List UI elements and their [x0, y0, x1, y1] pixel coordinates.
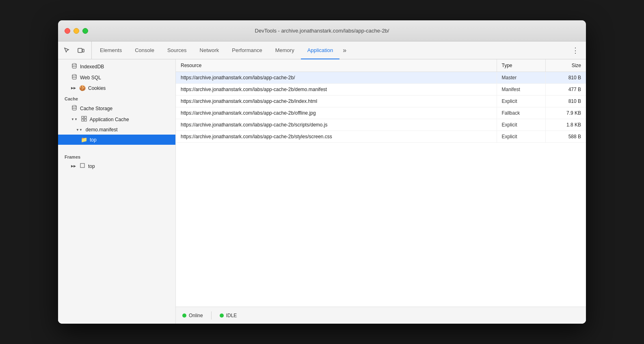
- type-cell: Explicit: [497, 96, 545, 107]
- svg-rect-6: [84, 116, 86, 118]
- type-cell: Explicit: [497, 131, 545, 143]
- svg-point-4: [72, 105, 76, 107]
- devtools-window: DevTools - archive.jonathanstark.com/lab…: [58, 20, 586, 324]
- type-cell: Fallback: [497, 107, 545, 119]
- idle-dot: [220, 314, 224, 318]
- statusbar: Online IDLE: [176, 307, 586, 324]
- svg-rect-9: [80, 163, 84, 168]
- sidebar-item-cache-storage[interactable]: Cache Storage: [58, 103, 175, 114]
- tab-application[interactable]: Application: [301, 42, 340, 59]
- svg-point-2: [72, 63, 76, 65]
- resource-cell: https://archive.jonathanstark.com/labs/a…: [176, 84, 497, 96]
- resource-cell: https://archive.jonathanstark.com/labs/a…: [176, 96, 497, 107]
- frames-section-label: Frames: [58, 151, 175, 161]
- table-row[interactable]: https://archive.jonathanstark.com/labs/a…: [176, 119, 586, 131]
- maximize-button[interactable]: [82, 28, 88, 34]
- tabbar: Elements Console Sources Network Perform…: [58, 41, 586, 59]
- online-label: Online: [189, 313, 203, 318]
- svg-rect-5: [82, 116, 84, 118]
- header-resource: Resource: [176, 59, 497, 72]
- size-cell: 588 B: [545, 131, 586, 143]
- table-row[interactable]: https://archive.jonathanstark.com/labs/a…: [176, 131, 586, 143]
- tab-memory[interactable]: Memory: [269, 42, 301, 59]
- sidebar-item-application-cache[interactable]: ▼ Application Cache: [58, 114, 175, 125]
- frame-icon: [79, 163, 86, 169]
- triangle-right-icon: ▶: [71, 86, 76, 90]
- tab-console[interactable]: Console: [128, 42, 161, 59]
- size-cell: 7.9 KB: [545, 107, 586, 119]
- status-divider: [211, 311, 212, 320]
- cache-section-label: Cache: [58, 93, 175, 103]
- resource-cell: https://archive.jonathanstark.com/labs/a…: [176, 131, 497, 143]
- content-panel: Resource Type Size https://archive.jonat…: [176, 59, 586, 324]
- table-row[interactable]: https://archive.jonathanstark.com/labs/a…: [176, 107, 586, 119]
- sidebar-item-web-sql[interactable]: Web SQL: [58, 72, 175, 83]
- sidebar-item-top-cache[interactable]: 📁 top: [58, 135, 175, 145]
- inspect-element-icon[interactable]: [61, 45, 73, 56]
- svg-rect-7: [82, 119, 84, 121]
- grid-icon: [81, 116, 87, 123]
- triangle-right-icon-2: ▶: [71, 164, 76, 168]
- close-button[interactable]: [65, 28, 70, 34]
- svg-rect-0: [78, 48, 82, 52]
- traffic-lights: [65, 28, 88, 34]
- svg-point-3: [72, 74, 76, 76]
- idle-status: IDLE: [220, 313, 237, 318]
- more-options-button[interactable]: ⋮: [570, 45, 581, 56]
- tab-elements[interactable]: Elements: [93, 42, 128, 59]
- table-row[interactable]: https://archive.jonathanstark.com/labs/a…: [176, 84, 586, 96]
- table-row[interactable]: https://archive.jonathanstark.com/labs/a…: [176, 72, 586, 84]
- cookie-icon: 🍪: [79, 85, 86, 91]
- size-cell: 810 B: [545, 72, 586, 84]
- resource-cell: https://archive.jonathanstark.com/labs/a…: [176, 119, 497, 131]
- resource-table-container: Resource Type Size https://archive.jonat…: [176, 59, 586, 307]
- type-cell: Master: [497, 72, 545, 84]
- tabbar-end: ⋮: [570, 41, 583, 59]
- header-type: Type: [497, 59, 545, 72]
- svg-rect-8: [84, 119, 86, 121]
- size-cell: 810 B: [545, 96, 586, 107]
- size-cell: 1.8 KB: [545, 119, 586, 131]
- svg-rect-1: [82, 49, 84, 52]
- main-content: IndexedDB Web SQL ▶ 🍪 Cookies Cache: [58, 59, 586, 324]
- table-row[interactable]: https://archive.jonathanstark.com/labs/a…: [176, 96, 586, 107]
- titlebar: DevTools - archive.jonathanstark.com/lab…: [58, 20, 586, 41]
- triangle-down-icon: ▼: [71, 118, 78, 121]
- database-icon: [71, 63, 78, 70]
- idle-label: IDLE: [226, 313, 237, 318]
- database-icon-3: [71, 105, 78, 112]
- tab-network[interactable]: Network: [193, 42, 226, 59]
- folder-icon: 📁: [81, 137, 87, 143]
- size-cell: 477 B: [545, 84, 586, 96]
- tab-sources[interactable]: Sources: [161, 42, 193, 59]
- sidebar-item-top-frame[interactable]: ▶ top: [58, 161, 175, 171]
- type-cell: Manifest: [497, 84, 545, 96]
- database-icon-2: [71, 74, 78, 81]
- sidebar: IndexedDB Web SQL ▶ 🍪 Cookies Cache: [58, 59, 176, 324]
- online-dot: [182, 314, 186, 318]
- resource-cell: https://archive.jonathanstark.com/labs/a…: [176, 72, 497, 84]
- resource-cell: https://archive.jonathanstark.com/labs/a…: [176, 107, 497, 119]
- toolbar-tools: [61, 41, 92, 59]
- tab-performance[interactable]: Performance: [225, 42, 268, 59]
- minimize-button[interactable]: [73, 28, 79, 34]
- triangle-down-icon-2: ▼: [76, 128, 82, 132]
- sidebar-item-cookies[interactable]: ▶ 🍪 Cookies: [58, 83, 175, 93]
- sidebar-item-demo-manifest[interactable]: ▼ demo.manifest: [58, 125, 175, 135]
- window-title: DevTools - archive.jonathanstark.com/lab…: [255, 28, 389, 34]
- more-tabs-button[interactable]: »: [339, 41, 350, 59]
- header-size: Size: [545, 59, 586, 72]
- device-toolbar-icon[interactable]: [75, 45, 86, 56]
- resource-table: Resource Type Size https://archive.jonat…: [176, 59, 586, 143]
- type-cell: Explicit: [497, 119, 545, 131]
- sidebar-item-indexed-db[interactable]: IndexedDB: [58, 61, 175, 72]
- online-status: Online: [182, 313, 203, 318]
- chevron-right-icon: »: [343, 47, 346, 54]
